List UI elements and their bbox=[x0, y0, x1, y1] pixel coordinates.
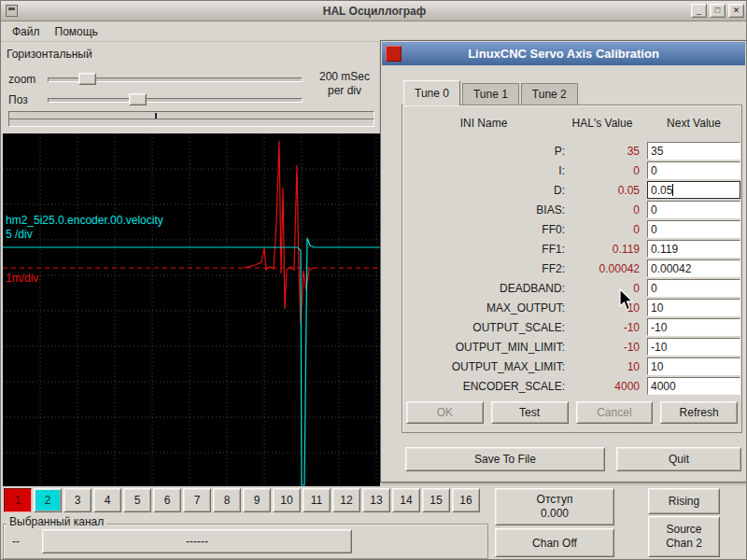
channel-button-16[interactable]: 16 bbox=[452, 488, 480, 512]
channel-button-14[interactable]: 14 bbox=[392, 488, 420, 512]
hal-value: 0 bbox=[565, 203, 640, 217]
position-slider-trough bbox=[48, 98, 303, 103]
next-value-input[interactable]: 0.119 bbox=[647, 240, 740, 258]
quit-button[interactable]: Quit bbox=[616, 447, 741, 471]
channel-button-11[interactable]: 11 bbox=[303, 488, 331, 512]
channel-button-12[interactable]: 12 bbox=[332, 488, 360, 512]
mouse-cursor bbox=[619, 288, 636, 313]
channel-button-3[interactable]: 3 bbox=[63, 488, 92, 512]
trigger-source-button[interactable]: Source Chan 2 bbox=[648, 516, 720, 557]
minimize-button[interactable]: _ bbox=[691, 4, 707, 18]
next-value-text: 10 bbox=[651, 360, 663, 373]
text-caret bbox=[672, 184, 673, 196]
channel-button-15[interactable]: 15 bbox=[422, 488, 450, 512]
hal-value: 0.119 bbox=[565, 243, 640, 256]
next-value-input[interactable]: 35 bbox=[647, 142, 740, 160]
channel-button-8[interactable]: 8 bbox=[213, 488, 241, 512]
channel-button-7[interactable]: 7 bbox=[183, 488, 211, 512]
ini-name-label: D: bbox=[402, 184, 565, 197]
next-value-text: 0 bbox=[651, 164, 657, 177]
next-value-text: 0.119 bbox=[651, 243, 678, 256]
menubar: Файл Помощь bbox=[1, 22, 747, 42]
channel2-signal-name: hm2_5i25.0.encoder.00.velocity bbox=[6, 214, 163, 227]
next-value-input[interactable]: 0.00042 bbox=[647, 259, 740, 277]
menu-file[interactable]: Файл bbox=[7, 23, 46, 40]
next-value-input[interactable]: 0 bbox=[647, 279, 740, 297]
next-value-text: 0.00042 bbox=[651, 262, 691, 275]
next-value-input[interactable]: 0 bbox=[647, 220, 740, 238]
channel-button-10[interactable]: 10 bbox=[273, 488, 301, 512]
dialog-title: LinuxCNC Servo Axis Calibration bbox=[468, 47, 659, 61]
position-slider[interactable] bbox=[48, 92, 303, 106]
ini-name-label: FF0: bbox=[402, 223, 565, 236]
close-button[interactable]: ✕ bbox=[728, 4, 744, 18]
trigger-offset-box[interactable]: Отступ 0.000 bbox=[495, 488, 614, 525]
next-value-input[interactable]: 0 bbox=[647, 161, 740, 179]
hal-value: 0 bbox=[565, 164, 640, 177]
trigger-chan-off-button[interactable]: Chan Off bbox=[495, 528, 614, 557]
channel-button-1[interactable]: 1 bbox=[4, 488, 32, 512]
cancel-button[interactable]: Cancel bbox=[576, 401, 654, 424]
hal-value: 0 bbox=[565, 223, 640, 236]
hal-value: 0.05 bbox=[565, 184, 640, 197]
tab-tune-1[interactable]: Tune 1 bbox=[462, 83, 519, 105]
ok-button[interactable]: OK bbox=[406, 401, 484, 424]
dialog-close-button[interactable] bbox=[386, 46, 402, 62]
next-value-input[interactable]: -10 bbox=[647, 338, 740, 356]
tab-tune-0[interactable]: Tune 0 bbox=[403, 80, 460, 105]
dialog-titlebar[interactable]: LinuxCNC Servo Axis Calibration bbox=[382, 42, 745, 65]
hal-value: -10 bbox=[565, 321, 640, 334]
scope-canvas bbox=[3, 133, 380, 486]
ini-name-label: OUTPUT_SCALE: bbox=[402, 321, 565, 334]
trigger-offset-value: 0.000 bbox=[541, 507, 569, 521]
next-value-input[interactable]: 10 bbox=[647, 299, 740, 316]
channel-button-13[interactable]: 13 bbox=[362, 488, 390, 512]
next-value-input[interactable]: 4000 bbox=[647, 377, 740, 395]
channel2-scale: 5 /div bbox=[6, 228, 33, 241]
tab-panel: INI Name HAL's Value Next Value P:3535I:… bbox=[402, 105, 742, 433]
ini-name-label: FF2: bbox=[402, 262, 565, 275]
record-position-bottom bbox=[8, 119, 374, 127]
ini-name-label: P: bbox=[402, 145, 565, 158]
next-value-text: 4000 bbox=[651, 380, 676, 393]
channel-button-2[interactable]: 2 bbox=[34, 488, 62, 512]
refresh-button[interactable]: Refresh bbox=[660, 401, 738, 424]
zoom-slider[interactable] bbox=[48, 72, 303, 86]
next-value-text: 0.05 bbox=[651, 184, 672, 197]
main-titlebar[interactable]: HAL Осциллограф _ □ ✕ bbox=[1, 1, 747, 21]
next-value-input[interactable]: 0.05 bbox=[647, 181, 740, 199]
next-value-input[interactable]: 0 bbox=[647, 201, 740, 218]
next-value-text: -10 bbox=[651, 321, 667, 334]
record-position-bar bbox=[8, 111, 374, 127]
scope-display[interactable]: hm2_5i25.0.encoder.00.velocity 5 /div 1m… bbox=[3, 133, 380, 486]
save-to-file-button[interactable]: Save To File bbox=[405, 447, 605, 471]
hal-value: 4000 bbox=[565, 380, 640, 393]
maximize-button[interactable]: □ bbox=[710, 4, 726, 18]
trigger-source-channel: Chan 2 bbox=[666, 537, 702, 551]
next-value-input[interactable]: 10 bbox=[647, 357, 740, 375]
calibration-row: D:0.050.05 bbox=[402, 180, 741, 200]
tab-tune-2[interactable]: Tune 2 bbox=[521, 83, 578, 105]
calibration-row: OUTPUT_MAX_LIMIT:1010 bbox=[402, 357, 741, 376]
column-hal-value: HAL's Value bbox=[565, 117, 640, 130]
ini-name-label: OUTPUT_MAX_LIMIT: bbox=[402, 360, 565, 373]
channel-button-4[interactable]: 4 bbox=[93, 488, 121, 512]
horizontal-section-label: Горизонтальный bbox=[7, 48, 92, 61]
main-window-title: HAL Осциллограф bbox=[1, 5, 747, 18]
channel-button-6[interactable]: 6 bbox=[153, 488, 181, 512]
trigger-offset-label: Отступ bbox=[537, 493, 573, 507]
next-value-input[interactable]: -10 bbox=[647, 318, 740, 336]
sample-rate-value: 200 mSec bbox=[312, 70, 377, 84]
column-ini-name: INI Name bbox=[402, 117, 565, 130]
calibration-row: OUTPUT_MIN_LIMIT:-10-10 bbox=[402, 337, 741, 357]
zoom-slider-thumb[interactable] bbox=[78, 73, 96, 85]
channel-button-5[interactable]: 5 bbox=[123, 488, 151, 512]
trigger-edge-button[interactable]: Rising bbox=[648, 488, 720, 514]
test-button[interactable]: Test bbox=[491, 401, 569, 424]
position-slider-thumb[interactable] bbox=[129, 93, 147, 105]
next-value-text: 0 bbox=[651, 203, 657, 217]
calibration-row: FF1:0.1190.119 bbox=[402, 239, 741, 259]
selected-channel-source-button[interactable]: ------ bbox=[42, 529, 352, 553]
channel-button-9[interactable]: 9 bbox=[243, 488, 271, 512]
menu-help[interactable]: Помощь bbox=[49, 23, 104, 40]
